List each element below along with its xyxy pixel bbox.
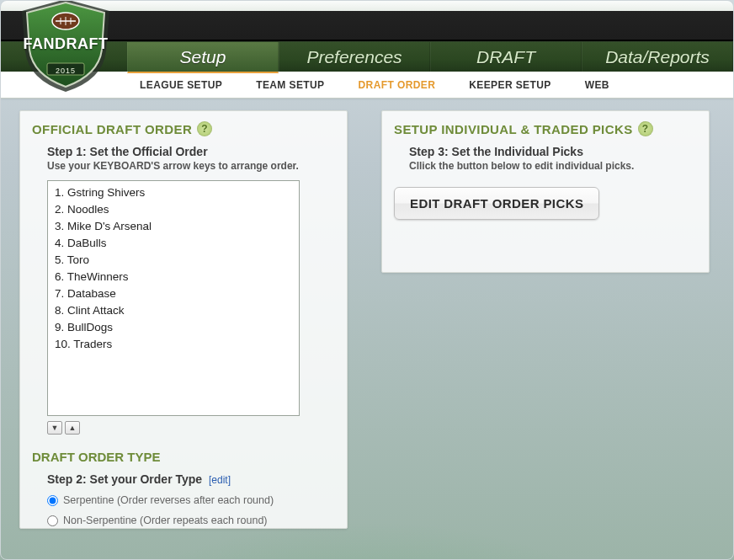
list-item[interactable]: 1. Gstring Shivers: [50, 184, 297, 201]
main-nav: Setup Preferences DRAFT Data/Reports: [1, 41, 733, 72]
list-item[interactable]: 8. Clint Attack: [50, 302, 297, 319]
list-item[interactable]: 4. DaBulls: [50, 235, 297, 252]
list-item[interactable]: 5. Toro: [50, 252, 297, 269]
list-item[interactable]: 9. BullDogs: [50, 319, 297, 336]
tab-draft[interactable]: DRAFT: [430, 42, 582, 72]
individual-picks-title: SETUP INDIVIDUAL & TRADED PICKS: [394, 122, 633, 136]
edit-order-type-link[interactable]: [edit]: [209, 474, 231, 486]
subtab-keeper-setup[interactable]: KEEPER SETUP: [469, 79, 551, 91]
subtab-web[interactable]: WEB: [585, 79, 609, 91]
help-icon[interactable]: ?: [638, 121, 653, 136]
radio-serpentine[interactable]: [47, 495, 58, 506]
radio-non-serpentine[interactable]: [47, 515, 58, 526]
tab-preferences[interactable]: Preferences: [279, 42, 430, 72]
step-3-title: Step 3: Set the Individual Picks: [409, 145, 697, 158]
panel-official-draft-order: OFFICIAL DRAFT ORDER ? Step 1: Set the O…: [19, 110, 348, 529]
step-1-title: Step 1: Set the Official Order: [47, 145, 335, 158]
subtab-draft-order[interactable]: DRAFT ORDER: [359, 79, 436, 91]
help-icon[interactable]: ?: [197, 121, 212, 136]
list-item[interactable]: 3. Mike D's Arsenal: [50, 218, 297, 235]
subtab-team-setup[interactable]: TEAM SETUP: [256, 79, 324, 91]
step-2-title: Step 2: Set your Order Type: [47, 472, 202, 486]
draft-order-type-title: DRAFT ORDER TYPE: [32, 450, 335, 464]
official-draft-order-title: OFFICIAL DRAFT ORDER: [32, 122, 192, 136]
panel-individual-picks: SETUP INDIVIDUAL & TRADED PICKS ? Step 3…: [381, 110, 710, 273]
list-item[interactable]: 6. TheWinners: [50, 269, 297, 285]
subtab-league-setup[interactable]: LEAGUE SETUP: [140, 79, 222, 91]
step-1-hint: Use your KEYBOARD'S arrow keys to arrang…: [47, 160, 335, 172]
radio-serpentine-label: Serpentine (Order reverses after each ro…: [63, 494, 274, 506]
tab-setup[interactable]: Setup: [127, 42, 279, 73]
sub-nav: LEAGUE SETUP TEAM SETUP DRAFT ORDER KEEP…: [1, 72, 733, 99]
move-down-button[interactable]: ▼: [47, 421, 62, 435]
list-item[interactable]: 10. Traders: [50, 336, 297, 353]
list-item[interactable]: 7. Database: [50, 285, 297, 302]
title-bar: [1, 11, 733, 41]
edit-draft-order-picks-button[interactable]: EDIT DRAFT ORDER PICKS: [394, 187, 599, 220]
list-item[interactable]: 2. Noodles: [50, 201, 297, 218]
step-3-hint: Cllick the button below to edit individu…: [409, 160, 697, 172]
tab-data-reports[interactable]: Data/Reports: [582, 42, 733, 72]
radio-non-serpentine-label: Non-Serpentine (Order repeats each round…: [63, 515, 268, 526]
move-up-button[interactable]: ▲: [65, 421, 80, 435]
teams-listbox[interactable]: 1. Gstring Shivers2. Noodles3. Mike D's …: [47, 180, 300, 416]
